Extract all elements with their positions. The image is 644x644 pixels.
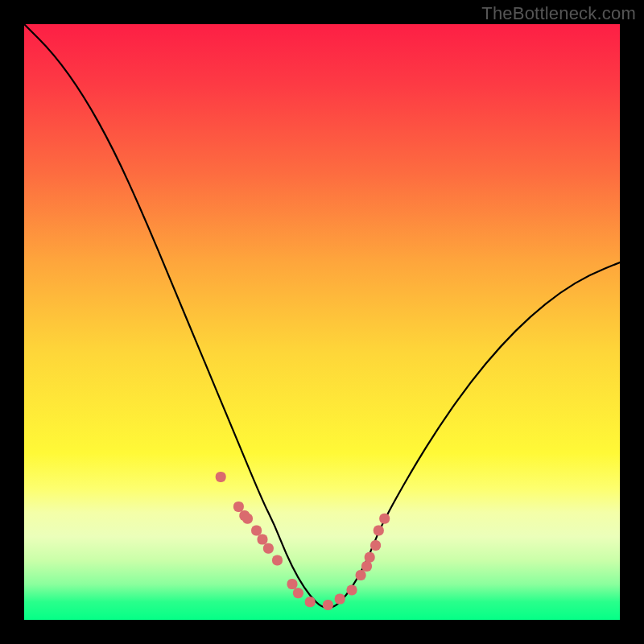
marker-point [365,552,375,563]
marker-point [287,579,298,589]
marker-point [293,588,303,598]
marker-point [272,555,283,566]
marker-point [379,514,390,524]
watermark-text: TheBottleneck.com [481,3,636,24]
marker-point [335,594,345,605]
marker-point [216,472,226,482]
marker-point [323,600,333,610]
marker-points [216,472,390,610]
plot-area [24,24,620,620]
marker-point [305,597,316,607]
marker-point [347,585,357,596]
bottleneck-curve [24,24,620,608]
marker-point [356,570,366,580]
chart-svg [24,24,620,620]
marker-point [242,514,253,524]
marker-point [258,535,268,545]
marker-point [251,526,262,536]
marker-point [374,526,384,536]
marker-point [361,561,372,572]
marker-point [233,502,244,512]
marker-point [263,543,274,554]
chart-stage: TheBottleneck.com [0,0,644,644]
marker-point [370,540,381,551]
